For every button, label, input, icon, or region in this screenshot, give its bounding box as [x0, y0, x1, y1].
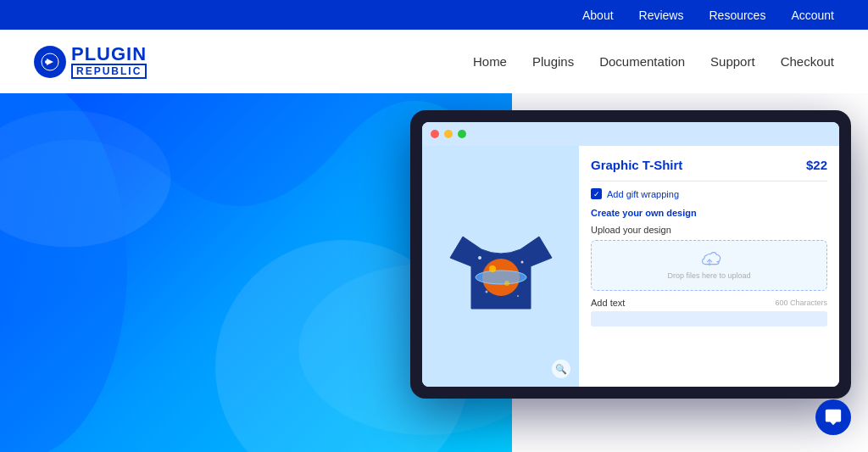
- upload-dropzone[interactable]: Drop files here to upload: [591, 240, 827, 291]
- svg-point-9: [520, 261, 523, 264]
- svg-point-10: [485, 291, 487, 293]
- product-header: Graphic T-Shirt $22: [591, 158, 827, 172]
- chat-bubble-button[interactable]: [815, 399, 851, 435]
- main-navigation: PLUGIN REPUBLIC Home Plugins Documentati…: [0, 30, 868, 93]
- logo-text: PLUGIN REPUBLIC: [71, 45, 147, 79]
- chat-icon: [824, 408, 843, 427]
- char-count: 600 Characters: [775, 299, 827, 307]
- hero-section: WooCommerce Product Add-Ons Ultimate Cre…: [0, 93, 868, 452]
- nav-account[interactable]: Account: [791, 8, 834, 22]
- text-input-bar[interactable]: [591, 311, 827, 326]
- svg-point-8: [478, 256, 481, 259]
- screen-body: 🔍 Graphic T-Shirt $22 Add gi: [422, 146, 839, 387]
- logo[interactable]: PLUGIN REPUBLIC: [34, 45, 147, 79]
- nav-about[interactable]: About: [582, 8, 614, 22]
- svg-point-6: [489, 265, 496, 272]
- tshirt-image: [446, 211, 556, 321]
- logo-plugin-text: PLUGIN: [71, 45, 147, 64]
- upload-hint: Drop files here to upload: [667, 271, 750, 280]
- add-text-row: Add text 600 Characters: [591, 298, 827, 308]
- option-gift-label: Add gift wrapping: [607, 189, 679, 199]
- option-design-link[interactable]: Create your own design: [591, 208, 697, 218]
- dot-close: [431, 130, 439, 138]
- cloud-upload-icon: [698, 251, 721, 268]
- laptop-frame: 🔍 Graphic T-Shirt $22 Add gi: [410, 110, 851, 399]
- option-own-design: Create your own design: [591, 204, 827, 220]
- product-price: $22: [806, 158, 827, 172]
- nav-plugins[interactable]: Plugins: [532, 54, 574, 69]
- laptop-mockup: 🔍 Graphic T-Shirt $22 Add gi: [410, 110, 851, 399]
- product-image-area: 🔍: [422, 146, 579, 387]
- product-name: Graphic T-Shirt: [591, 158, 682, 172]
- checkbox-gift[interactable]: [591, 188, 602, 199]
- dot-maximize: [458, 130, 466, 138]
- dot-minimize: [444, 130, 453, 138]
- svg-point-5: [476, 271, 526, 284]
- main-nav-links: Home Plugins Documentation Support Check…: [473, 54, 834, 69]
- logo-icon: [34, 46, 66, 78]
- svg-point-11: [517, 295, 519, 297]
- nav-resources[interactable]: Resources: [709, 8, 765, 22]
- zoom-icon[interactable]: 🔍: [552, 360, 570, 378]
- product-details-panel: Graphic T-Shirt $22 Add gift wrapping: [579, 146, 839, 387]
- top-navigation: About Reviews Resources Account: [0, 0, 868, 30]
- nav-home[interactable]: Home: [473, 54, 507, 69]
- nav-reviews[interactable]: Reviews: [639, 8, 684, 22]
- nav-documentation[interactable]: Documentation: [599, 54, 685, 69]
- separator: [591, 181, 827, 181]
- wave-decoration-1: [0, 93, 127, 452]
- svg-point-7: [504, 281, 509, 286]
- nav-support[interactable]: Support: [710, 54, 755, 69]
- nav-checkout[interactable]: Checkout: [781, 54, 834, 69]
- upload-label: Upload your design: [591, 225, 827, 235]
- svg-point-1: [45, 60, 48, 64]
- screen-titlebar: [422, 122, 839, 146]
- laptop-screen: 🔍 Graphic T-Shirt $22 Add gi: [422, 122, 839, 387]
- logo-republic-text: REPUBLIC: [71, 64, 147, 79]
- add-text-label: Add text: [591, 298, 625, 308]
- option-gift-wrapping: Add gift wrapping: [591, 188, 827, 199]
